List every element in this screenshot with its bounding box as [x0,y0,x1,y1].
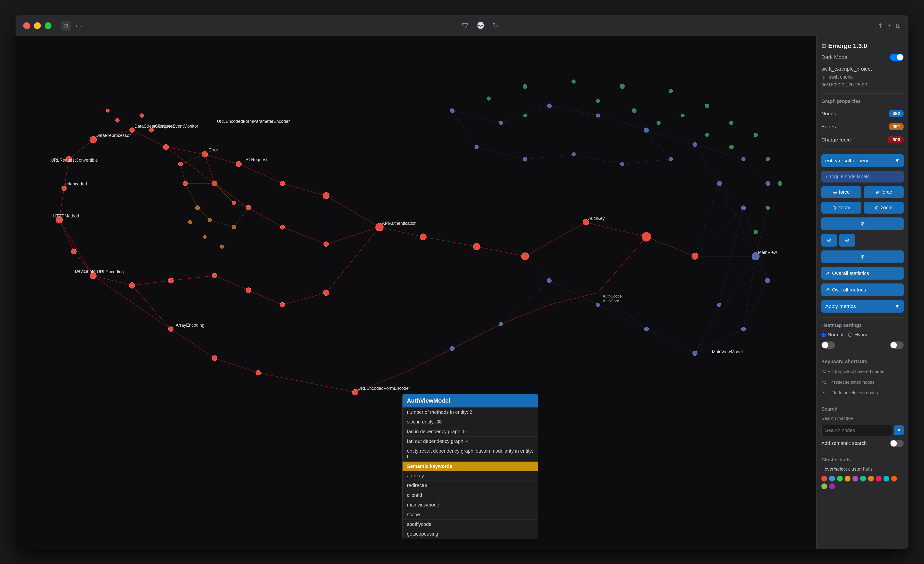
popup-keyword-3: mainviewmodel [402,500,538,510]
svg-text:MainViewModel: MainViewModel [712,350,743,354]
app-title: ⊡ Emerge 1.3.0 [821,42,904,50]
metrics-icon: ↗ [825,287,830,292]
svg-point-110 [168,278,174,283]
apply-metrics-button[interactable]: Apply metrics ▼ [821,300,904,313]
heatmap-toggle-normal[interactable] [821,342,835,349]
zoom-buttons-row: ⊖ zoom ⊕ zoom [821,202,904,214]
info-icon: ℹ [825,174,827,180]
up-button[interactable]: ⊕ [821,250,904,263]
share-icon[interactable]: ⬆ [878,22,883,29]
force-minus-label: force [839,189,850,195]
toggle-labels-button[interactable]: ℹ Toggle node labels [821,171,904,183]
add-tab-icon[interactable]: + [888,22,891,29]
entity-dropdown[interactable]: entity result depend... ▼ [821,154,904,167]
semantic-search-toggle[interactable] [890,440,904,447]
cluster-dot-10[interactable] [821,483,827,489]
svg-text:ArrayEncoding: ArrayEncoding [176,323,204,328]
search-status: Search inactive [821,416,904,421]
cluster-dot-5[interactable] [860,476,866,482]
heatmap-toggle-hybrid[interactable] [890,342,904,349]
svg-text:HTTPMethod: HTTPMethod [53,214,79,218]
titlebar-center: 🛡 💀 ↻ [88,22,872,30]
dark-mode-toggle[interactable] [890,54,904,61]
heatmap-hybrid-option[interactable]: Hybrid [848,332,868,338]
edges-row: Edges 891 [821,122,904,131]
svg-text:AuthKey: AuthKey [588,216,604,221]
svg-point-170 [681,114,684,117]
svg-point-103 [323,192,329,199]
svg-point-133 [450,108,454,113]
charge-row: Charge force -600 [821,135,904,144]
back-button[interactable]: ‹ [76,22,78,30]
svg-point-174 [766,157,770,161]
refresh-icon[interactable]: ↻ [493,22,498,30]
graph-area[interactable]: DataPreprocessor DataStreamRequest Combi… [15,36,816,549]
force-plus-label: force [881,189,892,195]
cluster-dot-7[interactable] [876,476,882,482]
popup-keyword-0: authkey [402,471,538,481]
svg-point-161 [669,89,673,93]
svg-text:URLEncodedFormParameterEncoder: URLEncodedFormParameterEncoder [217,119,290,124]
minus-icon: ⊖ [833,189,837,195]
dark-mode-row: Dark Mode [821,54,904,61]
svg-point-102 [280,181,285,186]
center-icon: ⊕ [860,220,865,227]
left-control-button[interactable]: ⊖ [821,234,837,247]
popup-keyword-4: scope [402,510,538,520]
svg-text:MainView: MainView [758,250,777,255]
svg-point-142 [741,206,746,210]
maximize-button[interactable] [45,22,51,29]
divider-4 [821,354,904,354]
left-icon: ⊖ [827,237,831,243]
force-minus-button[interactable]: ⊖ force [821,186,861,198]
right-icon: ⊕ [845,237,849,243]
divider-1 [821,93,904,94]
heatmap-hybrid-knob [891,342,897,348]
svg-point-166 [524,114,527,117]
minimize-button[interactable] [34,22,41,29]
search-clear-button[interactable]: ✕ [894,425,904,435]
sidebar-toggle-icon[interactable]: ⊞ [61,21,71,31]
entity-dropdown-label: entity result depend... [825,158,874,164]
edges-label: Edges [821,124,836,130]
right-control-button[interactable]: ⊕ [839,234,855,247]
charge-label: Charge force [821,137,851,143]
cluster-dot-11[interactable] [829,483,835,489]
zoom-minus-button[interactable]: ⊖ zoom [821,202,861,214]
cluster-dot-1[interactable] [829,476,835,482]
zoom-plus-button[interactable]: ⊕ zoom [864,202,904,214]
svg-point-165 [487,97,490,100]
force-buttons-row: ⊖ force ⊕ force [821,186,904,198]
forward-button[interactable]: › [80,22,82,30]
svg-point-141 [717,181,722,186]
search-input[interactable] [821,425,892,436]
cluster-dot-9[interactable] [891,476,897,482]
svg-point-127 [246,205,251,210]
svg-point-157 [450,346,454,351]
project-info: swift_example_project full swift check 0… [821,65,904,88]
heatmap-normal-option[interactable]: Normal [821,332,843,338]
divider-2 [821,149,904,150]
cluster-dot-3[interactable] [844,476,850,482]
overall-statistics-button[interactable]: ↗ Overall statistics [821,267,904,280]
svg-point-119 [583,219,589,225]
svg-point-179 [208,218,212,222]
cluster-dot-4[interactable] [852,476,858,482]
force-plus-button[interactable]: ⊕ force [864,186,904,198]
svg-text:DataPreprocessor: DataPreprocessor [96,133,131,138]
center-button[interactable]: ⊕ [821,218,904,230]
grid-view-icon[interactable]: ⊞ [896,22,901,29]
main-content: DataPreprocessor DataStreamRequest Combi… [15,36,909,549]
overall-metrics-label: Overall metrics [832,287,866,292]
cluster-dot-0[interactable] [821,476,827,482]
cluster-dot-2[interactable] [837,476,843,482]
kb-shortcut-1: ⌥ + s (de)select hovered nodes [821,368,904,375]
cluster-dot-6[interactable] [868,476,874,482]
cluster-dot-8[interactable] [884,476,889,482]
close-button[interactable] [23,22,30,29]
overall-metrics-button[interactable]: ↗ Overall metrics [821,284,904,296]
popup-row-2: fan in dependency graph: 5 [402,427,538,436]
popup-keyword-2: clientid [402,490,538,500]
charge-value: -600 [888,136,904,143]
svg-point-182 [203,235,207,238]
